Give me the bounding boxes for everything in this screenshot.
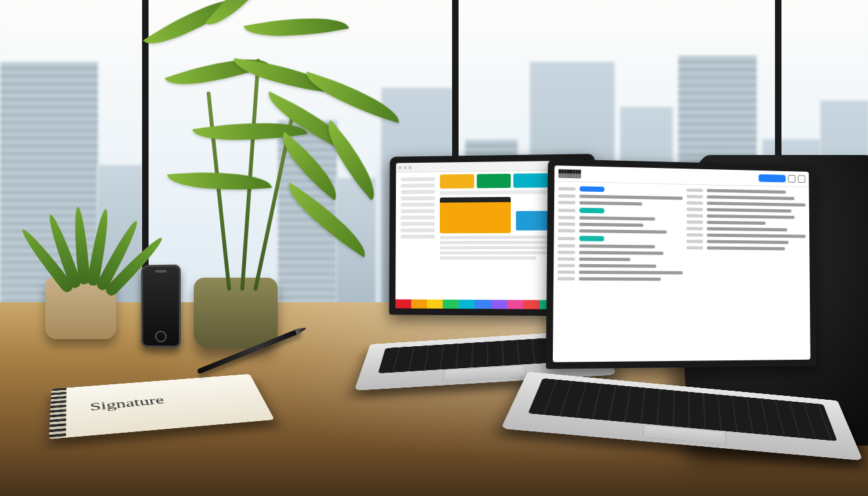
list-item [557,264,683,268]
list-item [558,251,683,255]
list-item [687,220,805,225]
laptop-right: ████████ ████████ [536,278,833,484]
list-item [687,227,806,231]
card-a-body [440,202,511,233]
list-item [557,277,683,281]
list-item [557,271,683,274]
smartphone [141,265,181,348]
list-item [687,195,805,201]
list-item [687,214,805,219]
card-a [440,197,511,233]
list-item [687,240,806,244]
notebook-signature: Signature [89,393,165,413]
app-subtitle: ████████ [559,173,581,178]
detail-left-column [557,186,683,281]
laptop-right-deck [501,372,863,461]
pot-olive [194,278,278,349]
primary-action-button[interactable] [759,174,786,183]
list-item [687,202,805,207]
detail-right-column [687,189,806,282]
list-item [687,208,805,213]
list-item [687,233,806,238]
laptop-right-screen: ████████ ████████ [553,165,811,362]
list-item [558,222,683,227]
list-item [558,207,683,214]
laptop-right-lid: ████████ ████████ [546,159,816,369]
list-item [687,189,805,194]
notebook-spine [48,388,66,439]
list-item [558,236,683,242]
sidebar [398,174,437,260]
list-item [558,229,683,234]
list-item [558,194,683,200]
list-item [558,216,683,221]
list-item [558,186,683,194]
office-desk-scene: { "description": "Illustration/photo of … [0,0,868,496]
list-item [558,257,683,262]
list-item [558,201,683,207]
list-item [558,244,683,249]
list-item [687,246,806,251]
icon-button[interactable] [798,175,805,183]
icon-button[interactable] [788,175,795,183]
